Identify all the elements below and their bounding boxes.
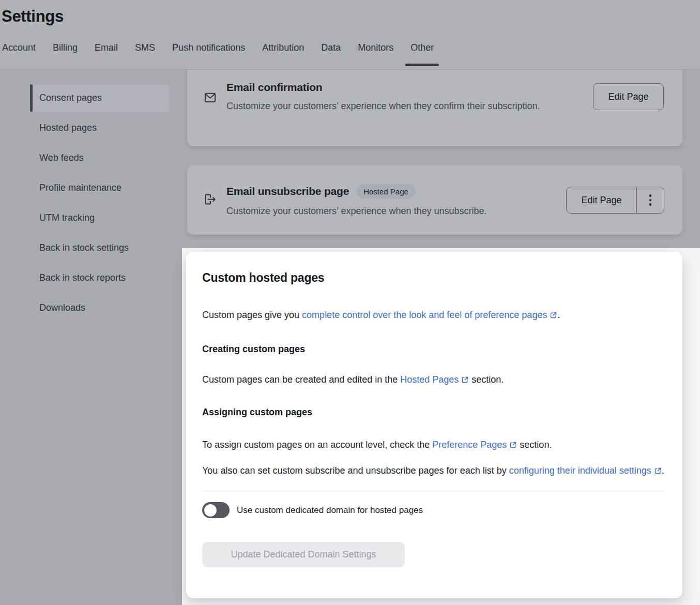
assigning-paragraph-2: You also can set custom subscribe and un… (202, 462, 664, 480)
tab-sms[interactable]: SMS (135, 42, 155, 53)
sidebar-list: Consent pages Hosted pages Web feeds Pro… (0, 84, 182, 322)
dedicated-domain-toggle-row: Use custom dedicated domain for hosted p… (202, 502, 664, 518)
tab-account[interactable]: Account (2, 42, 36, 53)
list-settings-link[interactable]: configuring their individual settings (509, 465, 662, 476)
tab-data[interactable]: Data (321, 42, 341, 53)
edit-page-button[interactable]: Edit Page (593, 83, 664, 110)
sidebar-item-label: Web feeds (39, 153, 84, 163)
sidebar-item-label: Back in stock reports (39, 273, 126, 283)
external-link-icon (654, 463, 662, 480)
envelope-icon (203, 90, 217, 107)
custom-hosted-pages-card: Custom hosted pages Custom pages give yo… (186, 252, 682, 598)
toggle-knob (204, 504, 217, 517)
toggle-label: Use custom dedicated domain for hosted p… (237, 505, 423, 516)
hosted-page-badge: Hosted Page (356, 184, 416, 199)
tab-email[interactable]: Email (95, 42, 118, 53)
card-description: Customize your customers’ experience whe… (226, 98, 557, 114)
creating-custom-pages-heading: Creating custom pages (202, 343, 664, 355)
settings-page: Settings Account Billing Email SMS Push … (0, 0, 700, 605)
assigning-custom-pages-heading: Assigning custom pages (202, 406, 664, 418)
settings-tabs: Account Billing Email SMS Push notificat… (2, 42, 434, 53)
hosted-pages-link[interactable]: Hosted Pages (400, 374, 469, 385)
tab-monitors[interactable]: Monitors (358, 42, 393, 53)
sidebar-item-web-feeds[interactable]: Web feeds (31, 144, 169, 172)
tab-attribution[interactable]: Attribution (262, 42, 304, 53)
intro-text: Custom pages give you (202, 310, 302, 320)
external-link-icon (550, 308, 557, 324)
sidebar-item-label: Profile maintenance (39, 183, 121, 193)
card-title: Email unsubscribe page (226, 185, 349, 198)
tab-billing[interactable]: Billing (53, 42, 78, 53)
sidebar-item-label: UTM tracking (39, 213, 95, 223)
divider (202, 491, 664, 491)
page-header: Settings Account Billing Email SMS Push … (0, 0, 700, 70)
card-description: Customize your customers’ experience whe… (226, 203, 588, 219)
sidebar-item-utm-tracking[interactable]: UTM tracking (31, 204, 169, 232)
intro-paragraph: Custom pages give you complete control o… (202, 307, 664, 324)
active-indicator-bar (30, 84, 33, 112)
tab-push-notifications[interactable]: Push notifications (172, 42, 245, 53)
sign-out-icon (203, 192, 217, 208)
external-link-icon (509, 438, 517, 453)
sidebar-item-back-in-stock-settings[interactable]: Back in stock settings (31, 234, 169, 262)
email-unsubscribe-card: Email unsubscribe page Hosted Page Custo… (187, 165, 682, 235)
settings-sidebar: Consent pages Hosted pages Web feeds Pro… (0, 70, 182, 605)
kebab-menu-icon[interactable] (636, 187, 664, 213)
sidebar-item-label: Hosted pages (39, 123, 97, 133)
card-heading: Custom hosted pages (202, 270, 664, 285)
card-title: Email confirmation (226, 81, 322, 94)
sidebar-item-hosted-pages[interactable]: Hosted pages (31, 114, 169, 142)
preference-pages-control-link[interactable]: complete control over the look and feel … (302, 310, 557, 320)
creating-paragraph: Custom pages can be created and edited i… (202, 372, 664, 388)
dimmed-settings-panel: Email confirmation Customize your custom… (182, 70, 700, 248)
sidebar-item-label: Consent pages (39, 93, 102, 103)
edit-page-button[interactable]: Edit Page (567, 187, 636, 213)
dedicated-domain-toggle[interactable] (202, 502, 230, 518)
email-confirmation-card: Email confirmation Customize your custom… (187, 70, 682, 146)
sidebar-item-profile-maintenance[interactable]: Profile maintenance (31, 174, 169, 202)
update-dedicated-domain-button[interactable]: Update Dedicated Domain Settings (202, 542, 405, 567)
sidebar-item-back-in-stock-reports[interactable]: Back in stock reports (31, 264, 169, 292)
assigning-paragraph-1: To assign custom pages on an account lev… (202, 437, 664, 453)
preference-pages-link[interactable]: Preference Pages (432, 440, 517, 450)
sidebar-item-label: Downloads (39, 303, 85, 313)
tab-other[interactable]: Other (410, 42, 434, 53)
sidebar-item-label: Back in stock settings (39, 243, 129, 253)
spotlight-region: Custom hosted pages Custom pages give yo… (182, 248, 700, 605)
sidebar-item-downloads[interactable]: Downloads (31, 294, 169, 322)
sidebar-item-consent-pages[interactable]: Consent pages (31, 84, 169, 112)
page-title: Settings (2, 7, 64, 26)
edit-page-split-button: Edit Page (566, 187, 664, 214)
external-link-icon (461, 373, 469, 388)
